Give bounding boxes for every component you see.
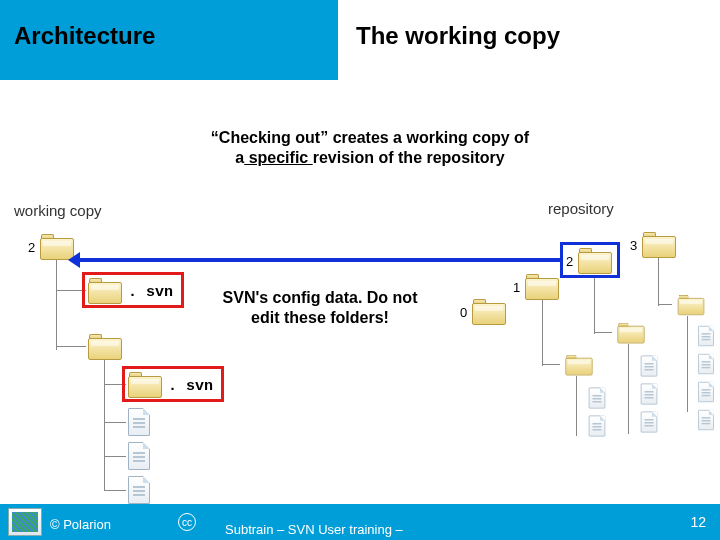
tree-line [56, 346, 86, 347]
folder-icon [472, 299, 506, 325]
tree-line [104, 422, 126, 423]
folder-icon [565, 355, 592, 376]
footer-copyright: © Polarion [50, 517, 111, 532]
file-icon [698, 382, 714, 402]
tree-line [594, 278, 595, 334]
file-icon [128, 476, 150, 504]
file-icon [641, 356, 658, 377]
file-icon [128, 408, 150, 436]
section-title: Architecture [14, 22, 155, 50]
checkout-arrow [78, 258, 560, 262]
revision-badge: 1 [513, 280, 520, 295]
file-icon [641, 384, 658, 405]
page-title: The working copy [356, 22, 560, 50]
tree-line [104, 456, 126, 457]
subtitle-underlined: specific [244, 149, 312, 166]
file-icon [698, 410, 714, 430]
tree-line [542, 364, 560, 365]
folder-icon [578, 248, 612, 274]
tree-line [658, 304, 672, 305]
tree-line [104, 490, 126, 491]
revision-badge: 3 [630, 238, 637, 253]
folder-icon [525, 274, 559, 300]
tree-line [658, 258, 659, 306]
folder-icon [88, 334, 122, 360]
repository-label: repository [548, 200, 614, 217]
file-icon [589, 388, 606, 409]
revision-badge: 2 [566, 254, 573, 269]
tree-line [104, 384, 126, 385]
slide: Architecture The working copy “Checking … [0, 0, 720, 540]
folder-icon [678, 295, 705, 315]
svn-folder-label: . svn [168, 378, 213, 395]
config-note: SVN's config data. Do not edit these fol… [215, 288, 425, 328]
folder-icon [88, 278, 122, 304]
svn-folder-label: . svn [128, 284, 173, 301]
file-icon [589, 416, 606, 437]
tree-line [56, 290, 86, 291]
tree-line [542, 300, 543, 366]
subtitle-line2b: revision of the repository [313, 149, 505, 166]
subtitle-line1: “Checking out” creates a working copy of [211, 129, 529, 146]
file-icon [641, 412, 658, 433]
working-copy-label: working copy [14, 202, 102, 219]
tree-line [594, 332, 612, 333]
file-icon [698, 326, 714, 346]
page-number: 12 [690, 514, 706, 530]
folder-icon [617, 323, 644, 344]
tree-line [687, 316, 688, 412]
cc-icon: cc [178, 513, 196, 531]
folder-icon [128, 372, 162, 398]
subtitle: “Checking out” creates a working copy of… [180, 128, 560, 168]
footer-training: Subtrain – SVN User training – [225, 523, 403, 538]
subtitle-line2a: a [235, 149, 244, 166]
file-icon [128, 442, 150, 470]
file-icon [698, 354, 714, 374]
tree-line [628, 344, 629, 434]
logo-icon [8, 508, 42, 536]
folder-icon [642, 232, 676, 258]
tree-line [576, 376, 577, 436]
tree-line [56, 260, 57, 350]
tree-line [104, 360, 105, 490]
revision-badge-wc: 2 [28, 240, 35, 255]
revision-badge: 0 [460, 305, 467, 320]
